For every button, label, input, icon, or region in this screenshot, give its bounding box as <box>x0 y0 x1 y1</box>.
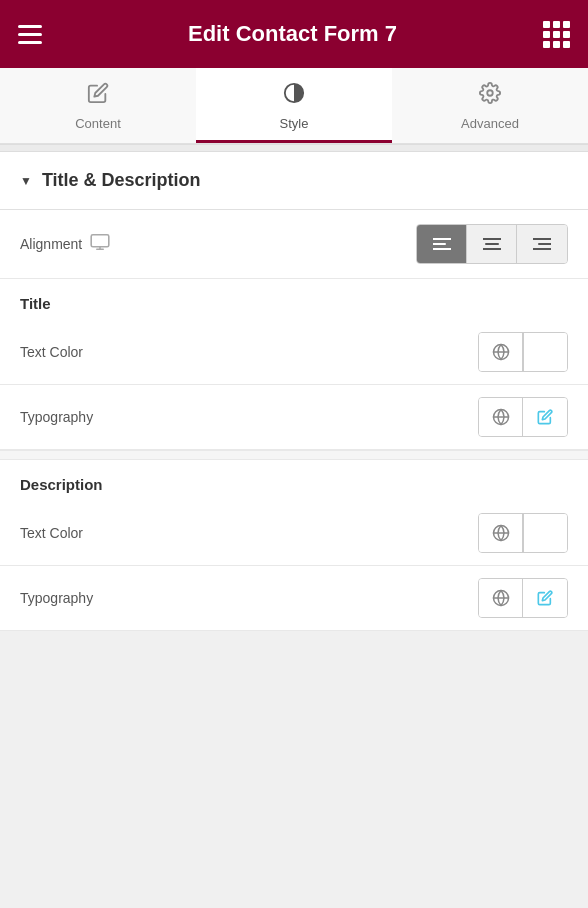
align-left-button[interactable] <box>417 225 467 263</box>
monitor-icon <box>90 234 110 255</box>
alignment-row: Alignment <box>0 210 588 279</box>
description-typography-global-button[interactable] <box>479 579 523 617</box>
title-text-color-global-button[interactable] <box>479 333 523 371</box>
section-divider <box>0 144 588 152</box>
description-text-color-row: Text Color <box>0 501 588 566</box>
description-subsection-label: Description <box>20 476 103 493</box>
title-subsection-header: Title <box>0 279 588 320</box>
description-typography-row: Typography <box>0 566 588 631</box>
title-text-color-controls <box>478 332 568 372</box>
alignment-label-group: Alignment <box>20 234 110 255</box>
section-title: Title & Description <box>42 170 201 191</box>
collapse-arrow-icon: ▼ <box>20 174 32 188</box>
description-typography-label: Typography <box>20 590 93 606</box>
tab-style[interactable]: Style <box>196 68 392 143</box>
circle-half-icon <box>283 82 305 110</box>
tab-content[interactable]: Content <box>0 68 196 143</box>
title-typography-row: Typography <box>0 385 588 450</box>
title-subsection-label: Title <box>20 295 51 312</box>
alignment-buttons-group <box>416 224 568 264</box>
title-text-color-label: Text Color <box>20 344 83 360</box>
title-text-color-row: Text Color <box>0 320 588 385</box>
page-title: Edit Contact Form 7 <box>188 21 397 47</box>
section-title-description-header[interactable]: ▼ Title & Description <box>0 152 588 209</box>
description-subsection-header: Description <box>0 460 588 501</box>
svg-rect-2 <box>91 234 109 246</box>
description-text-color-label: Text Color <box>20 525 83 541</box>
pencil-icon <box>87 82 109 110</box>
tab-advanced-label: Advanced <box>461 116 519 131</box>
align-center-button[interactable] <box>467 225 517 263</box>
title-typography-controls <box>478 397 568 437</box>
gear-icon <box>479 82 501 110</box>
description-text-color-swatch-button[interactable] <box>523 514 567 552</box>
svg-point-1 <box>487 90 493 96</box>
apps-grid-icon[interactable] <box>543 21 570 48</box>
tab-advanced[interactable]: Advanced <box>392 68 588 143</box>
tabs-bar: Content Style Advanced <box>0 68 588 144</box>
header: Edit Contact Form 7 <box>0 0 588 68</box>
description-typography-edit-button[interactable] <box>523 579 567 617</box>
sub-section-divider <box>0 450 588 460</box>
description-text-color-global-button[interactable] <box>479 514 523 552</box>
align-right-button[interactable] <box>517 225 567 263</box>
tab-style-label: Style <box>280 116 309 131</box>
content-area: Alignment <box>0 210 588 631</box>
title-typography-label: Typography <box>20 409 93 425</box>
title-typography-edit-button[interactable] <box>523 398 567 436</box>
tab-content-label: Content <box>75 116 121 131</box>
alignment-label: Alignment <box>20 236 82 252</box>
description-typography-controls <box>478 578 568 618</box>
hamburger-menu-icon[interactable] <box>18 25 42 44</box>
title-typography-global-button[interactable] <box>479 398 523 436</box>
description-text-color-controls <box>478 513 568 553</box>
title-text-color-swatch-button[interactable] <box>523 333 567 371</box>
